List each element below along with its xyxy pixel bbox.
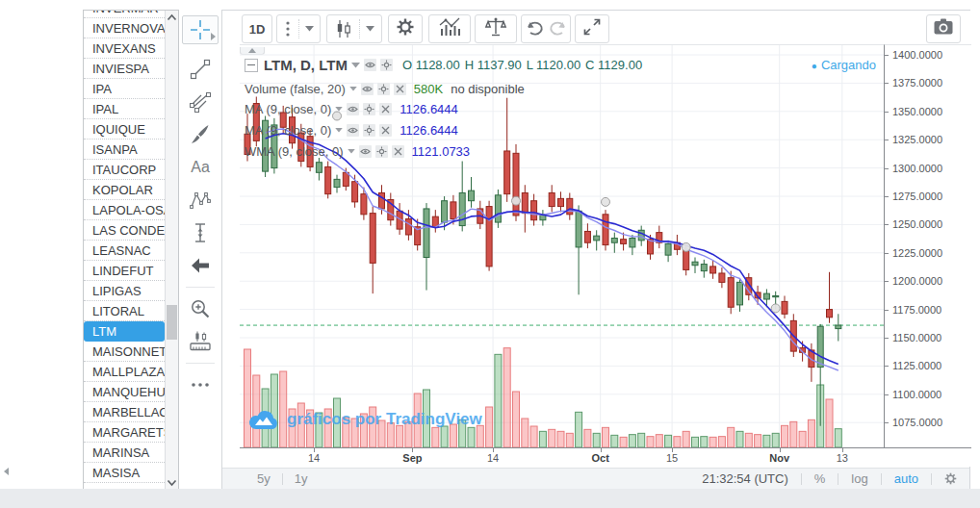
symbol-list-item[interactable]: LTM <box>84 321 165 342</box>
price-axis[interactable]: 1400.00001375.00001350.00001325.00001300… <box>884 44 971 447</box>
symbol-list-item[interactable]: INVEXANS <box>84 38 165 59</box>
symbol-list-item[interactable]: LIPIGAS <box>84 281 165 301</box>
symbol-list-item[interactable]: MARINSA <box>84 443 165 463</box>
chevron-down-icon[interactable] <box>351 63 360 68</box>
chart-style-button[interactable] <box>326 14 382 43</box>
ohlc-c: C 1129.00 <box>585 58 642 72</box>
fullscreen-button[interactable] <box>575 14 609 43</box>
symbol-list-item[interactable]: LINDEFUT <box>84 261 165 281</box>
symbol-list-item[interactable]: MANQUEHUE <box>84 382 165 402</box>
symbol-list-item[interactable]: IPA <box>84 79 165 99</box>
chevron-down-icon[interactable] <box>335 128 343 133</box>
measure-tool[interactable] <box>184 325 217 358</box>
flyout-arrow-icon[interactable] <box>211 27 216 44</box>
loading-indicator: ●Cargando <box>812 58 876 72</box>
eye-icon[interactable] <box>359 145 372 158</box>
symbol-list-item[interactable]: IPAL <box>84 99 165 119</box>
percent-scale-button[interactable]: % <box>802 471 838 486</box>
tradingview-watermark[interactable]: gráficos por TradingView <box>247 409 482 430</box>
log-scale-button[interactable]: log <box>838 471 880 486</box>
price-axis-label: 1375.0000 <box>885 77 942 89</box>
long-position-tool[interactable] <box>184 216 217 249</box>
scroll-up-button[interactable] <box>166 11 178 24</box>
loading-dot-icon: ● <box>812 61 817 71</box>
symbol-list-item[interactable]: IQUIQUE <box>84 119 165 140</box>
chevron-down-icon[interactable] <box>348 149 355 154</box>
symbol-list-item[interactable]: MALLPLAZA <box>84 362 165 382</box>
gear-icon[interactable] <box>380 59 393 71</box>
bottom-settings-button[interactable] <box>932 471 958 486</box>
scroll-down-button[interactable] <box>166 476 178 490</box>
close-icon[interactable] <box>392 145 404 158</box>
close-icon[interactable] <box>379 124 392 137</box>
symbol-list-item[interactable]: KOPOLAR <box>84 180 165 200</box>
symbol-list-item[interactable]: LAPOLA-OSA <box>84 200 165 220</box>
gear-icon[interactable] <box>375 145 388 158</box>
undo-redo-buttons[interactable] <box>521 14 571 43</box>
page-bottom-band <box>0 489 980 508</box>
chevron-down-icon[interactable] <box>349 87 357 91</box>
snapshot-button[interactable] <box>926 14 961 43</box>
clock-label[interactable]: 21:32:54 (UTC) <box>689 471 801 486</box>
symbol-list-item[interactable]: MARBELLACC <box>84 402 165 422</box>
toolbar-divider <box>186 287 215 288</box>
auto-scale-button[interactable]: auto <box>882 471 931 486</box>
indicators-button[interactable] <box>428 14 471 43</box>
indicator-label: Volume (false, 20) <box>245 82 346 96</box>
undo-icon <box>522 15 546 42</box>
symbol-list-item[interactable]: ISANPA <box>84 140 165 160</box>
range-1y-button[interactable]: 1y <box>283 471 320 486</box>
symbol-list-item[interactable]: INVERNOVA <box>84 18 165 38</box>
eye-icon[interactable] <box>364 59 376 71</box>
eye-icon[interactable] <box>347 124 359 137</box>
symbol-list-item[interactable]: MARGARETS <box>84 422 165 443</box>
legend-indicator-row: Volume (false, 20)580Kno disponible <box>245 82 525 96</box>
symbol-list-item[interactable]: INVERMAR <box>84 11 165 18</box>
price-axis-label: 1125.0000 <box>885 360 941 371</box>
symbol-list-item[interactable]: MASISA <box>84 463 165 483</box>
chevron-down-icon[interactable] <box>335 107 343 112</box>
back-arrow-tool[interactable] <box>184 249 217 282</box>
xabcd-pattern-tool[interactable] <box>184 184 217 216</box>
ohlc-values: O 1128.00H 1137.90L 1120.00C 1129.00 <box>402 58 647 72</box>
pitchfork-tool[interactable] <box>184 86 217 118</box>
ohlc-h: H 1137.90 <box>465 58 522 72</box>
plot-area[interactable]: LTM, D, LTM O 1128.00H 1137.90L 1120.00C… <box>240 44 884 447</box>
close-icon[interactable] <box>379 103 392 115</box>
gear-icon[interactable] <box>363 103 375 115</box>
hide-toolbar-arrow[interactable] <box>2 463 12 474</box>
legend-indicator-row: MA (9, close, 0)1126.6444 <box>245 102 458 116</box>
close-icon[interactable] <box>394 83 406 95</box>
more-tool[interactable] <box>184 368 217 401</box>
brush-tool[interactable] <box>184 118 217 151</box>
scrollbar-thumb[interactable] <box>167 305 177 340</box>
price-axis-label: 1200.0000 <box>885 275 942 287</box>
compare-button[interactable] <box>475 14 517 43</box>
crosshair-tool[interactable] <box>182 15 219 44</box>
scales-icon <box>484 16 507 41</box>
text-tool[interactable]: Aa <box>184 151 217 184</box>
symbol-list-scrollbar[interactable] <box>165 11 178 490</box>
symbol-list[interactable]: INVERMARINVERNOVAINVEXANSINVIESPAIPAIPAL… <box>84 11 165 490</box>
interval-menu-button[interactable] <box>276 14 321 43</box>
eye-icon[interactable] <box>361 83 374 95</box>
symbol-list-item[interactable]: LITORAL <box>84 301 165 321</box>
eye-icon[interactable] <box>347 103 359 115</box>
symbol-list-item[interactable]: LEASNAC <box>84 241 165 261</box>
interval-button[interactable]: 1D <box>242 14 272 43</box>
gear-icon[interactable] <box>363 124 375 137</box>
chart-properties-button[interactable] <box>388 14 423 43</box>
symbol-list-item[interactable]: ITAUCORP <box>84 160 165 180</box>
gear-icon[interactable] <box>377 83 390 95</box>
legend-collapse-icon[interactable] <box>245 59 258 72</box>
trend-line-tool[interactable] <box>184 53 217 86</box>
time-axis-label: Oct <box>584 452 617 464</box>
zoom-in-tool[interactable] <box>184 292 217 325</box>
price-axis-label: 1225.0000 <box>885 247 942 259</box>
time-axis[interactable]: 14Sep14Oct15Nov13 <box>240 447 971 467</box>
price-axis-label: 1150.0000 <box>885 332 941 343</box>
symbol-list-item[interactable]: MAISONNETT <box>84 342 165 362</box>
range-5y-button[interactable]: 5y <box>245 471 282 486</box>
symbol-list-item[interactable]: INVIESPA <box>84 59 165 79</box>
symbol-list-item[interactable]: LAS CONDES <box>84 220 165 241</box>
